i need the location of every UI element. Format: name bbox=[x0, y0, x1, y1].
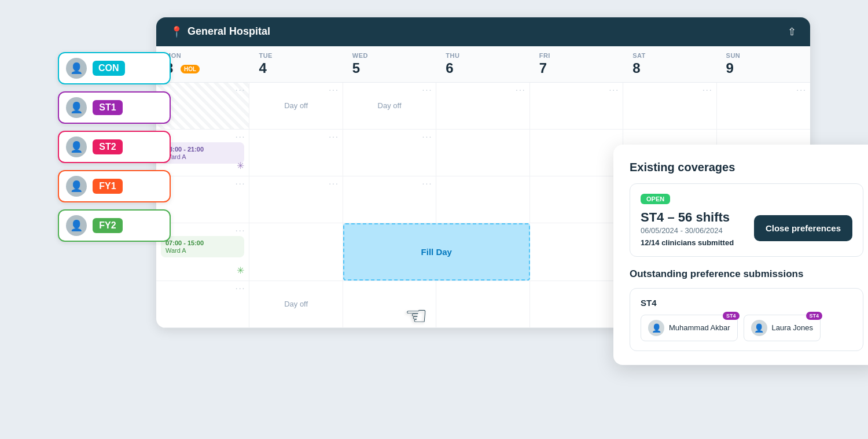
day-number-sat: 8 bbox=[632, 60, 707, 76]
cell-r4-tue[interactable] bbox=[249, 223, 343, 281]
popup-panel: Existing coverages OPEN ST4 – 56 shifts … bbox=[613, 145, 868, 365]
day-label-tue: TUE bbox=[259, 52, 333, 59]
cell-dots: ··· bbox=[703, 85, 713, 94]
clinician-list: 👤 Muhammad Akbar ST4 👤 Laura Jones ST4 bbox=[641, 315, 852, 341]
cell-dots: ··· bbox=[236, 226, 246, 235]
avatar-fy1: 👤 bbox=[66, 176, 87, 197]
shift-block-green-mon: 07:00 - 15:00 Ward A bbox=[161, 236, 244, 257]
day-header-fri: FRI 7 bbox=[530, 46, 623, 82]
hospital-name: 📍 General Hospital bbox=[170, 25, 270, 38]
day-off-label-wed-r1: Day off bbox=[378, 101, 402, 110]
cell-r3-wed[interactable]: ··· bbox=[343, 176, 436, 223]
popup-title: Existing coverages bbox=[630, 161, 863, 174]
sidebar-item-con[interactable]: 👤 CON bbox=[58, 52, 171, 84]
cell-r3-tue[interactable]: ··· bbox=[249, 176, 343, 223]
sidebar-item-st2[interactable]: 👤 ST2 bbox=[58, 131, 171, 163]
day-header-wed: WED 5 bbox=[343, 46, 436, 82]
clinician-chip-0[interactable]: 👤 Muhammad Akbar ST4 bbox=[641, 315, 738, 341]
cell-r4-wed[interactable]: Fill Day bbox=[343, 223, 530, 281]
cell-dots: ··· bbox=[329, 132, 339, 141]
cell-dots: ··· bbox=[236, 85, 246, 94]
clinician-name-1: Laura Jones bbox=[772, 323, 814, 332]
role-badge-fy2: FY2 bbox=[93, 218, 123, 233]
avatar-con: 👤 bbox=[66, 58, 87, 79]
hospital-title: General Hospital bbox=[187, 25, 270, 38]
cell-dots: ··· bbox=[236, 283, 246, 293]
day-label-mon: MON bbox=[165, 52, 240, 59]
shift-time-mon: 13:00 - 21:00 bbox=[165, 146, 240, 153]
sidebar-item-st1[interactable]: 👤 ST1 bbox=[58, 91, 171, 124]
sidebar-item-fy1[interactable]: 👤 FY1 bbox=[58, 170, 171, 202]
cell-r2-tue[interactable]: ··· bbox=[249, 130, 343, 176]
avatar-st2: 👤 bbox=[66, 137, 87, 157]
cell-r3-thu[interactable] bbox=[436, 176, 529, 223]
day-number-mon: 3 HOL bbox=[165, 60, 240, 76]
day-label-thu: THU bbox=[446, 52, 520, 59]
cell-r1-wed[interactable]: ··· Day off bbox=[343, 83, 436, 129]
hol-badge: HOL bbox=[181, 65, 200, 73]
day-header-sun: SUN 9 bbox=[717, 46, 810, 82]
day-label-wed: WED bbox=[352, 52, 427, 59]
cell-r1-sun[interactable]: ··· bbox=[717, 83, 810, 129]
clinician-tag-0: ST4 bbox=[723, 312, 740, 320]
clinician-tag-1: ST4 bbox=[806, 312, 823, 320]
cell-r1-sat[interactable]: ··· bbox=[623, 83, 716, 129]
fill-day-label[interactable]: Fill Day bbox=[421, 247, 452, 257]
cell-dots: ··· bbox=[422, 132, 433, 141]
avatar-st1: 👤 bbox=[66, 97, 87, 118]
cell-dots: ··· bbox=[422, 179, 433, 188]
cell-r5-tue[interactable]: Day off bbox=[249, 281, 343, 327]
cell-dots: ··· bbox=[236, 179, 246, 188]
shift-time-green-mon: 07:00 - 15:00 bbox=[165, 239, 240, 246]
coverage-name: ST4 – 56 shifts bbox=[641, 210, 747, 225]
day-header-sat: SAT 8 bbox=[623, 46, 716, 82]
avatar-fy2: 👤 bbox=[66, 215, 87, 236]
cell-dots: ··· bbox=[236, 132, 246, 141]
cell-dots: ··· bbox=[609, 85, 619, 94]
outstanding-role: ST4 bbox=[641, 298, 852, 308]
cell-r2-thu[interactable] bbox=[436, 130, 529, 176]
shift-block-mon: 13:00 - 21:00 Ward A bbox=[161, 142, 244, 164]
shift-icon-mon: ✳ bbox=[237, 160, 244, 171]
day-label-fri: FRI bbox=[539, 52, 614, 59]
cell-r2-fri[interactable] bbox=[530, 130, 623, 176]
sidebar: 👤 CON 👤 ST1 👤 ST2 👤 FY1 👤 FY2 bbox=[58, 52, 171, 242]
cell-dots: ··· bbox=[422, 85, 433, 94]
shift-location-green-mon: Ward A bbox=[165, 247, 240, 254]
outstanding-title: Outstanding preference submissions bbox=[630, 268, 863, 280]
shift-icon-green-mon: ✳ bbox=[237, 265, 244, 276]
day-number-sun: 9 bbox=[726, 60, 801, 76]
coverage-info: ST4 – 56 shifts 06/05/2024 - 30/06/2024 … bbox=[641, 210, 747, 247]
calendar-header: 📍 General Hospital ⇧ bbox=[156, 17, 810, 46]
chevron-up-icon[interactable]: ⇧ bbox=[788, 25, 796, 38]
cell-r3-fri[interactable] bbox=[530, 176, 623, 223]
day-number-fri: 7 bbox=[539, 60, 614, 76]
coverage-date: 06/05/2024 - 30/06/2024 bbox=[641, 226, 747, 235]
day-off-label-tue-r5: Day off bbox=[284, 300, 308, 308]
cell-dots: ··· bbox=[516, 85, 526, 94]
day-label-sat: SAT bbox=[632, 52, 707, 59]
location-icon: 📍 bbox=[170, 25, 183, 38]
clinician-avatar-1: 👤 bbox=[751, 320, 767, 336]
sidebar-item-fy2[interactable]: 👤 FY2 bbox=[58, 209, 171, 242]
cell-dots: ··· bbox=[329, 179, 339, 188]
cell-r1-thu[interactable]: ··· bbox=[436, 83, 529, 129]
close-preferences-button[interactable]: Close preferences bbox=[754, 215, 852, 241]
clinician-avatar-0: 👤 bbox=[648, 320, 664, 336]
role-badge-st1: ST1 bbox=[93, 100, 123, 115]
day-number-tue: 4 bbox=[259, 60, 333, 76]
cell-r4-fri[interactable] bbox=[530, 223, 623, 281]
open-badge: OPEN bbox=[641, 194, 670, 204]
clinician-name-0: Muhammad Akbar bbox=[669, 323, 730, 332]
cell-r5-thu[interactable] bbox=[436, 281, 529, 327]
coverage-card: OPEN ST4 – 56 shifts 06/05/2024 - 30/06/… bbox=[630, 183, 863, 257]
cell-r5-mon[interactable]: ··· bbox=[156, 281, 249, 327]
cell-dots: ··· bbox=[796, 85, 807, 94]
clinician-chip-1[interactable]: 👤 Laura Jones ST4 bbox=[744, 315, 821, 341]
cell-r1-tue[interactable]: ··· Day off bbox=[249, 83, 343, 129]
cell-r2-wed[interactable]: ··· bbox=[343, 130, 436, 176]
cell-r1-fri[interactable]: ··· bbox=[530, 83, 623, 129]
calendar-days-header: MON 3 HOL TUE 4 WED 5 THU 6 FRI 7 bbox=[156, 46, 810, 83]
cell-r5-fri[interactable] bbox=[530, 281, 623, 327]
cursor-hand: ☞ bbox=[405, 301, 428, 330]
